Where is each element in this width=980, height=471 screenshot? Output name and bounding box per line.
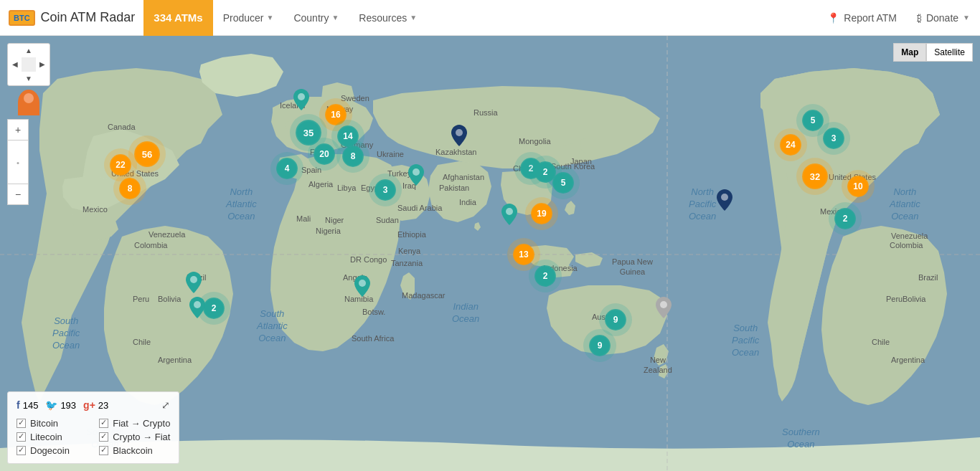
cluster-c24[interactable]: 2 [834,208,856,229]
bitcoin-icon: ₿ [917,12,922,24]
pin-p2[interactable] [408,164,424,190]
pin-p8[interactable] [656,297,672,323]
crypto-fiat-checkbox[interactable] [99,432,108,442]
legend-fiat-crypto: Fiat → Crypto [99,418,170,429]
bitcoin-checkbox[interactable] [17,419,26,428]
svg-point-6 [359,280,366,287]
cluster-c8[interactable]: 56 [134,141,160,167]
pan-ne[interactable] [36,44,50,57]
cluster-c12[interactable]: 5 [552,172,574,194]
zoom-out-button[interactable]: − [7,184,29,205]
svg-point-4 [413,168,420,176]
svg-point-10 [660,301,667,308]
litecoin-label: Litecoin [30,432,62,442]
fiat-crypto-checkbox[interactable] [99,419,108,428]
pan-center[interactable] [22,57,35,71]
facebook-badge[interactable]: f 145 [17,399,38,411]
nav-donate[interactable]: ₿ Donate ▼ [907,0,980,36]
svg-point-8 [194,301,201,308]
map-type-satellite[interactable]: Satellite [926,43,973,62]
cluster-c9[interactable]: 22 [110,154,131,176]
cluster-c23[interactable]: 10 [847,176,869,197]
pan-w[interactable]: ◀ [8,57,22,71]
googleplus-count: 23 [98,400,108,411]
crypto-fiat-label: Crypto → Fiat [113,432,170,442]
dogecoin-checkbox[interactable] [17,446,26,455]
map-type-map[interactable]: Map [893,43,926,62]
legend-bitcoin: Bitcoin [17,418,88,429]
pan-s[interactable]: ▼ [22,72,35,85]
cluster-c5[interactable]: 8 [342,146,364,167]
fiat-crypto-label: Fiat → Crypto [113,418,170,429]
country-dropdown-arrow: ▼ [331,14,339,22]
atm-count-badge: 334 ATMs [143,0,212,36]
expand-button[interactable]: ⤢ [161,399,170,411]
pin-p4[interactable] [354,275,370,301]
map-type-control: Map Satellite [893,43,973,62]
legend-litecoin: Litecoin [17,432,88,442]
cluster-c1[interactable]: 16 [325,104,347,125]
nav-country[interactable]: Country ▼ [283,0,349,36]
pin-p6[interactable] [189,297,205,323]
cluster-c17[interactable]: 9 [605,309,626,330]
pegman[interactable] [18,90,39,115]
dogecoin-label: Dogecoin [30,445,70,456]
googleplus-icon: g+ [83,399,95,411]
cluster-c22[interactable]: 32 [802,163,828,189]
svg-point-11 [506,208,513,215]
cluster-c14[interactable]: 13 [513,244,534,265]
legend-blackcoin: Blackcoin [99,445,170,456]
svg-point-7 [190,276,197,283]
pin-p7[interactable] [717,189,732,215]
pan-n[interactable]: ▲ [22,44,35,57]
cluster-c13[interactable]: 19 [531,203,552,224]
cluster-c20[interactable]: 3 [823,128,844,149]
pin-p1[interactable] [293,89,309,115]
nav-resources[interactable]: Resources ▼ [349,0,427,36]
googleplus-badge[interactable]: g+ 23 [83,399,108,411]
cluster-c7[interactable]: 3 [374,179,396,201]
pan-se[interactable] [36,72,50,85]
pin-p9[interactable] [501,204,517,229]
logo-text: BTC [14,14,30,22]
cluster-c6[interactable]: 4 [276,158,298,179]
cluster-c4[interactable]: 20 [314,143,335,165]
map-container[interactable]: ▲ ◀ ▶ ▼ + − Map Satellite CanadaUnited S… [0,36,980,471]
logo-badge: BTC [9,10,35,26]
litecoin-checkbox[interactable] [17,432,26,442]
cluster-c2[interactable]: 35 [296,120,321,146]
social-row: f 145 🐦 193 g+ 23 ⤢ [17,399,170,411]
nav-report-atm[interactable]: 📍 Report ATM [817,0,907,36]
facebook-count: 145 [23,400,39,411]
cluster-c18[interactable]: 9 [589,335,611,356]
cluster-c25[interactable]: 2 [534,161,556,183]
cluster-c19[interactable]: 5 [802,110,824,131]
svg-point-9 [721,194,728,201]
pan-nw[interactable] [8,44,22,57]
cluster-c15[interactable]: 2 [534,265,556,287]
map-controls: ▲ ◀ ▶ ▼ + − [7,43,50,205]
navbar: BTC Coin ATM Radar 334 ATMs Producer ▼ C… [0,0,980,36]
zoom-in-button[interactable]: + [7,119,29,141]
twitter-badge[interactable]: 🐦 193 [45,399,76,411]
svg-point-3 [298,93,305,100]
cluster-c3[interactable]: 14 [337,125,359,147]
info-panel: f 145 🐦 193 g+ 23 ⤢ Bitcoin Fiat → Crypt… [7,391,179,464]
legend-grid: Bitcoin Fiat → Crypto Litecoin Crypto → … [17,418,170,456]
nav-producer[interactable]: Producer ▼ [213,0,284,36]
pan-sw[interactable] [8,72,22,85]
twitter-count: 193 [60,400,76,411]
donate-dropdown-arrow: ▼ [963,14,970,22]
brand-name: Coin ATM Radar [41,10,136,25]
resources-dropdown-arrow: ▼ [410,14,417,22]
cluster-c21[interactable]: 24 [780,134,801,156]
cluster-c16[interactable]: 2 [203,298,225,319]
twitter-icon: 🐦 [45,399,57,411]
producer-dropdown-arrow: ▼ [267,14,274,22]
blackcoin-checkbox[interactable] [99,446,108,455]
pin-p5[interactable] [186,272,202,298]
pin-p3[interactable] [451,125,467,151]
bitcoin-label: Bitcoin [30,418,58,429]
cluster-c10[interactable]: 8 [119,178,141,199]
pan-e[interactable]: ▶ [36,57,50,71]
